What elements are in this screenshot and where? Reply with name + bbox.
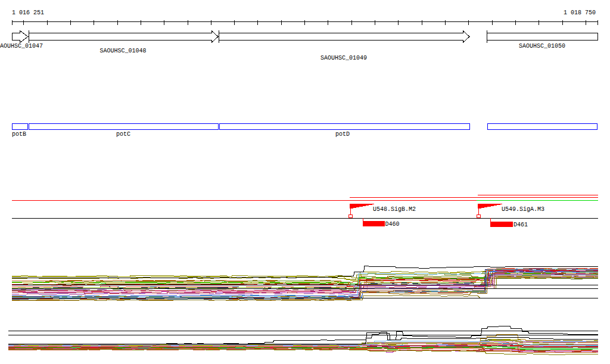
- svg-text:D460: D460: [385, 221, 400, 228]
- svg-text:1 016 251: 1 016 251: [12, 10, 44, 16]
- svg-text:1 018 750: 1 018 750: [564, 10, 596, 16]
- svg-text:SAOUHSC_01048: SAOUHSC_01048: [100, 48, 147, 54]
- svg-text:potC: potC: [116, 131, 130, 138]
- svg-text:U549.SigA.M3: U549.SigA.M3: [502, 206, 544, 213]
- svg-text:D461: D461: [513, 222, 528, 228]
- svg-text:potB: potB: [12, 131, 26, 138]
- svg-text:SAOUHSC_01049: SAOUHSC_01049: [320, 55, 367, 61]
- svg-text:U548.SigB.M2: U548.SigB.M2: [373, 206, 416, 213]
- svg-text:SAOUHSC_01047: SAOUHSC_01047: [0, 43, 43, 49]
- svg-text:SAOUHSC_01050: SAOUHSC_01050: [519, 43, 565, 49]
- svg-text:potD: potD: [335, 131, 350, 138]
